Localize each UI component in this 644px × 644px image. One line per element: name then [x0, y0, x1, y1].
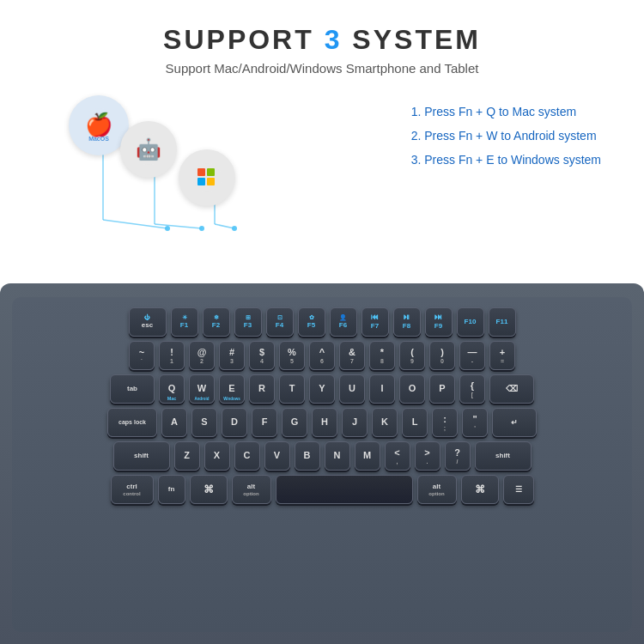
svg-rect-15 [197, 168, 205, 176]
key-f2[interactable]: ❄ F2 [203, 307, 230, 337]
key-q[interactable]: Q Mac [159, 374, 185, 404]
key-minus[interactable]: — - [459, 341, 485, 370]
key-8[interactable]: * 8 [369, 341, 395, 370]
key-9[interactable]: ( 9 [399, 341, 425, 370]
key-f3[interactable]: ⊞ F3 [234, 307, 262, 337]
key-4[interactable]: $ 4 [249, 341, 275, 370]
instructions-panel: 1. Press Fn + Q to Mac system 2. Press F… [411, 100, 601, 172]
key-plus[interactable]: + = [489, 341, 515, 370]
key-f6[interactable]: 👤 F6 [330, 307, 357, 337]
key-d[interactable]: D [222, 408, 247, 437]
key-space[interactable] [276, 475, 413, 504]
key-f5[interactable]: ✿ F5 [298, 307, 325, 337]
svg-point-5 [199, 226, 204, 231]
key-tab[interactable]: tab [110, 374, 155, 404]
svg-rect-17 [197, 178, 205, 185]
android-icon-circle: 🤖 [120, 121, 177, 178]
key-y[interactable]: Y [309, 374, 335, 404]
key-v[interactable]: V [264, 441, 290, 471]
key-tilde[interactable]: ~ ` [129, 341, 155, 370]
main-title: SUPPORT 3 SYSTEM [17, 24, 627, 56]
key-semicolon[interactable]: : ; [432, 408, 458, 437]
key-enter[interactable]: ↵ [492, 408, 537, 437]
key-7[interactable]: & 7 [339, 341, 365, 370]
key-1[interactable]: ! 1 [159, 341, 185, 370]
keyboard-wrapper: ⏻ esc ☀ F1 ❄ F2 ⊞ F3 ⊡ F4 ✿ F5 [0, 283, 644, 644]
windows-icon-circle [179, 149, 235, 206]
title-number: 3 [325, 24, 343, 55]
key-shift-left[interactable]: shift [113, 441, 170, 471]
instruction-1: 1. Press Fn + Q to Mac system [411, 100, 601, 124]
key-i[interactable]: I [369, 374, 395, 404]
key-2[interactable]: @ 2 [189, 341, 215, 370]
key-fn[interactable]: fn [158, 475, 185, 504]
key-a[interactable]: A [161, 408, 187, 437]
key-cmd-right[interactable]: ⌘ [461, 475, 499, 504]
svg-point-2 [165, 226, 170, 231]
svg-line-4 [155, 224, 202, 228]
key-caps-lock[interactable]: caps lock [107, 408, 157, 437]
key-quote[interactable]: " ' [462, 408, 488, 437]
key-period[interactable]: > . [415, 441, 440, 471]
key-f4[interactable]: ⊡ F4 [266, 307, 294, 337]
key-j[interactable]: J [342, 408, 368, 437]
info-section: 🍎 MacOS 🤖 1. Press Fn + Q to Mac system … [17, 82, 627, 254]
key-menu[interactable]: ☰ [503, 475, 534, 504]
svg-rect-16 [207, 168, 215, 176]
key-h[interactable]: H [312, 408, 337, 437]
svg-line-7 [215, 224, 234, 228]
key-e[interactable]: E Windows [219, 374, 245, 404]
key-f11[interactable]: F11 [489, 307, 516, 337]
key-s[interactable]: S [191, 408, 217, 437]
key-0[interactable]: ) 0 [429, 341, 455, 370]
key-b[interactable]: B [295, 441, 320, 471]
svg-point-8 [232, 226, 237, 231]
key-f1[interactable]: ☀ F1 [171, 307, 198, 337]
key-3[interactable]: # 3 [219, 341, 245, 370]
key-g[interactable]: G [282, 408, 307, 437]
key-slash[interactable]: ? / [445, 441, 471, 471]
key-alt-left[interactable]: alt option [232, 475, 271, 504]
key-alt-right[interactable]: alt option [417, 475, 457, 504]
key-ctrl[interactable]: ctrl control [111, 475, 154, 504]
key-esc[interactable]: ⏻ esc [129, 307, 167, 337]
svg-text:🍎: 🍎 [85, 111, 113, 138]
key-row-bottom: ctrl control fn ⌘ alt option alt option … [21, 475, 623, 504]
key-row-qwerty: tab Q Mac W Android E Windows R T Y U I … [21, 374, 623, 404]
key-row-zxcv: shift Z X C V B N M < , > . ? / shift [21, 441, 623, 471]
key-row-numbers: ~ ` ! 1 @ 2 # 3 $ 4 % 5 [21, 341, 623, 370]
key-f[interactable]: F [252, 408, 277, 437]
key-backspace[interactable]: ⌫ [489, 374, 534, 404]
key-comma[interactable]: < , [385, 441, 410, 471]
key-w[interactable]: W Android [189, 374, 215, 404]
key-f9[interactable]: ⏭ F9 [425, 307, 453, 337]
key-l[interactable]: L [402, 408, 428, 437]
key-5[interactable]: % 5 [279, 341, 305, 370]
key-f7[interactable]: ⏮ F7 [361, 307, 389, 337]
keyboard-bg: ⏻ esc ☀ F1 ❄ F2 ⊞ F3 ⊡ F4 ✿ F5 [12, 297, 632, 632]
key-z[interactable]: Z [174, 441, 200, 471]
subtitle: Support Mac/Android/Windows Smartphone a… [17, 61, 627, 76]
key-c[interactable]: C [234, 441, 260, 471]
svg-line-1 [103, 220, 167, 228]
key-f8[interactable]: ⏯ F8 [393, 307, 421, 337]
svg-text:MacOS: MacOS [88, 136, 109, 142]
key-6[interactable]: ^ 6 [309, 341, 335, 370]
key-r[interactable]: R [249, 374, 275, 404]
key-t[interactable]: T [279, 374, 305, 404]
instruction-2: 2. Press Fn + W to Android system [411, 124, 601, 148]
key-m[interactable]: M [355, 441, 380, 471]
key-p[interactable]: P [429, 374, 455, 404]
instruction-3: 3. Press Fn + E to Windows system [411, 148, 601, 172]
key-bracket-open[interactable]: { [ [459, 374, 485, 404]
key-shift-right[interactable]: shift [475, 441, 532, 471]
key-x[interactable]: X [204, 441, 230, 471]
key-u[interactable]: U [339, 374, 365, 404]
key-cmd-left[interactable]: ⌘ [190, 475, 228, 504]
key-n[interactable]: N [325, 441, 350, 471]
key-f10[interactable]: F10 [457, 307, 484, 337]
key-k[interactable]: K [372, 408, 398, 437]
key-row-fn: ⏻ esc ☀ F1 ❄ F2 ⊞ F3 ⊡ F4 ✿ F5 [21, 307, 623, 337]
svg-rect-18 [207, 178, 215, 185]
key-o[interactable]: O [399, 374, 425, 404]
